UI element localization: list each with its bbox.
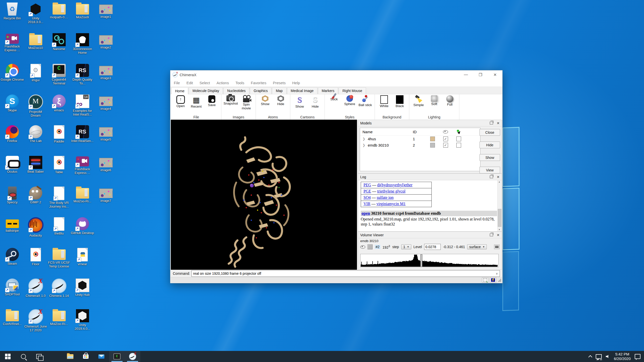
desktop-icon[interactable]: ↗ image1 bbox=[94, 3, 117, 33]
ribbon-button[interactable]: Sphere bbox=[342, 95, 357, 115]
menu-item[interactable]: Tools bbox=[235, 81, 244, 85]
ribbon-tab[interactable]: Map bbox=[272, 87, 286, 94]
float-panel-icon[interactable] bbox=[490, 175, 493, 178]
models-action-button[interactable]: Hide bbox=[479, 142, 500, 148]
command-input[interactable] bbox=[192, 272, 494, 276]
desktop-icon[interactable]: ↗ Steam bbox=[1, 248, 24, 279]
close-panel-icon[interactable]: ✕ bbox=[497, 234, 500, 237]
desktop-icon[interactable]: ↗ MolZoo10 bbox=[24, 33, 47, 64]
menu-item[interactable]: Favorites bbox=[251, 81, 266, 85]
close-button[interactable]: ✕ bbox=[488, 70, 502, 79]
models-action-button[interactable]: Show bbox=[479, 154, 500, 161]
desktop-icon[interactable]: ↗ The Body VR Journey Ins... bbox=[47, 187, 71, 217]
model-row[interactable]: ❯ 4hus 1 ✓ ✓ bbox=[360, 136, 480, 142]
menu-item[interactable]: Edit bbox=[186, 81, 193, 85]
step-dropdown[interactable]: 1▼ bbox=[401, 244, 411, 249]
desktop-icon[interactable]: ↗ Cygwin64 Terminal bbox=[47, 64, 71, 95]
desktop-icon[interactable]: ↗ MolZoo9 bbox=[71, 3, 94, 33]
fast-mode-button[interactable] bbox=[490, 278, 496, 283]
desktop-icon[interactable]: ↗ FCS-VR UCSF Temp License bbox=[47, 248, 71, 279]
resize-grip[interactable] bbox=[498, 279, 501, 282]
ribbon-tab[interactable]: Nucleotides bbox=[223, 87, 249, 94]
desktop-icon[interactable]: ↗ Examples for Intel RealS... bbox=[71, 95, 94, 125]
ribbon-button[interactable]: Save bbox=[205, 95, 219, 115]
taskbar-button[interactable] bbox=[78, 351, 94, 362]
desktop-icon[interactable]: ↗ Unity Hub bbox=[71, 279, 94, 309]
taskbar-button[interactable] bbox=[31, 351, 47, 362]
desktop-icon[interactable]: ↗ Speccy bbox=[1, 187, 24, 217]
close-panel-icon[interactable]: ✕ bbox=[497, 122, 500, 125]
ligand-name-link[interactable]: di(hydroxyethyl)ether bbox=[377, 183, 412, 187]
ligand-name-link[interactable]: triethylene glycol bbox=[377, 189, 405, 193]
ribbon-button[interactable]: Black bbox=[392, 95, 407, 115]
menu-item[interactable]: Actions bbox=[217, 81, 229, 85]
ribbon-button[interactable]: Snapshot bbox=[223, 95, 238, 115]
title-bar[interactable]: ChimeraX — ❐ ✕ bbox=[170, 70, 502, 79]
display-style-dropdown[interactable]: surface▼ bbox=[467, 244, 487, 249]
log-scrollbar[interactable] bbox=[497, 180, 502, 231]
desktop-icon[interactable]: ↗ ProjectM Dream bbox=[24, 95, 47, 125]
ligand-code-link[interactable]: VIR bbox=[364, 202, 371, 206]
desktop-icon[interactable]: ↗ vrnear bbox=[71, 248, 94, 279]
ribbon-button[interactable]: Show bbox=[258, 95, 272, 115]
ribbon-tab[interactable]: Right Mouse bbox=[339, 87, 366, 94]
menu-item[interactable]: File bbox=[174, 81, 180, 85]
taskbar-button[interactable] bbox=[0, 351, 16, 362]
model-shown-checkbox[interactable]: ✓ bbox=[443, 137, 448, 141]
desktop-icon[interactable]: ↗ Firefox bbox=[1, 125, 24, 156]
ribbon-button[interactable]: Soft bbox=[427, 95, 441, 115]
desktop-icon[interactable]: ↗ Intel RealSen... bbox=[71, 125, 94, 156]
desktop-icon[interactable]: ↗ FlashBack Express ... bbox=[1, 33, 24, 64]
ribbon-button[interactable]: Recent bbox=[189, 95, 204, 115]
ribbon-button[interactable]: Ball stick bbox=[358, 95, 373, 115]
ligand-name-link[interactable]: virginiamycin M1 bbox=[377, 202, 406, 206]
desktop-icon[interactable]: ↗ FlashBack Express ... bbox=[71, 156, 94, 187]
log-scrollbar-thumb[interactable] bbox=[498, 209, 501, 227]
ribbon-tab[interactable]: Graphics bbox=[250, 87, 271, 94]
float-panel-icon[interactable] bbox=[490, 234, 493, 236]
3d-viewport[interactable] bbox=[171, 120, 357, 270]
command-history-chevron-icon[interactable]: ∨ bbox=[494, 272, 500, 275]
desktop-icon[interactable]: ↗ Oculus bbox=[1, 156, 24, 187]
desktop-icon[interactable]: ↗ image6 bbox=[94, 156, 117, 187]
desktop-icon[interactable]: ↗ Unity 2019.4.0... bbox=[71, 309, 94, 340]
desktop-icon[interactable]: ↗ GIMP 2 bbox=[24, 187, 47, 217]
desktop-icon[interactable]: ↗ Floor bbox=[24, 248, 47, 279]
model-shown-checkbox[interactable]: ✓ bbox=[443, 143, 448, 148]
ligand-code-link[interactable]: PGE bbox=[364, 189, 371, 193]
selection-mode-button[interactable] bbox=[482, 278, 489, 283]
desktop-icon[interactable]: ↗ molpath-0.... bbox=[47, 3, 71, 33]
volume-histogram[interactable] bbox=[360, 254, 499, 267]
menu-item[interactable]: Presets bbox=[273, 81, 286, 85]
desktop-icon[interactable]: ↗ ChimeraX 1.0 bbox=[24, 279, 47, 309]
ribbon-button[interactable]: Open bbox=[173, 95, 188, 115]
model-selected-checkbox[interactable]: ✓ bbox=[456, 143, 461, 148]
taskbar-button[interactable] bbox=[16, 351, 31, 362]
ribbon-button[interactable]: Full bbox=[442, 95, 457, 115]
desktop-icon[interactable]: ↗ image4 bbox=[94, 95, 117, 125]
ligand-code-link[interactable]: SO4 bbox=[364, 195, 371, 200]
desktop-icon[interactable]: ↗ emacs bbox=[47, 95, 71, 125]
desktop-icon[interactable]: ↗ Table bbox=[47, 156, 71, 187]
desktop-icon[interactable]: ↗ Chimera 1.14 bbox=[47, 279, 71, 309]
model-color-well[interactable] bbox=[430, 143, 435, 148]
desktop-icon[interactable]: ↗ Skype bbox=[1, 95, 24, 125]
ribbon-button[interactable]: Hide bbox=[273, 95, 288, 115]
tray-chevron-up-icon[interactable] bbox=[588, 355, 592, 359]
ribbon-button[interactable]: Spin movie bbox=[239, 95, 254, 115]
taskbar-button[interactable] bbox=[109, 351, 125, 362]
models-action-button[interactable]: View bbox=[479, 167, 500, 173]
taskbar-clock[interactable]: 5:42 PM 6/20/2020 bbox=[614, 352, 631, 361]
desktop-icon[interactable]: ↗ Beat Saber bbox=[24, 156, 47, 187]
desktop-icon[interactable]: ↗ image2 bbox=[94, 33, 117, 64]
desktop-icon[interactable]: ↗ Unity 2018.3.0... bbox=[24, 3, 47, 33]
open-command-link[interactable]: open bbox=[361, 211, 370, 216]
desktop-icon[interactable]: ↗ ConfVRnet... bbox=[1, 309, 24, 340]
desktop-icon[interactable]: ↗ MolZoo-Ri... bbox=[71, 187, 94, 217]
ribbon-button[interactable]: Stick bbox=[327, 95, 341, 115]
ribbon-button[interactable]: White bbox=[377, 95, 391, 115]
ligand-name-link[interactable]: sulfate ion bbox=[377, 195, 393, 200]
desktop-icon[interactable]: ↗ SADPTool bbox=[1, 279, 24, 309]
shrink-panel-button[interactable] bbox=[494, 245, 500, 249]
volume-level-slider[interactable] bbox=[420, 254, 422, 267]
